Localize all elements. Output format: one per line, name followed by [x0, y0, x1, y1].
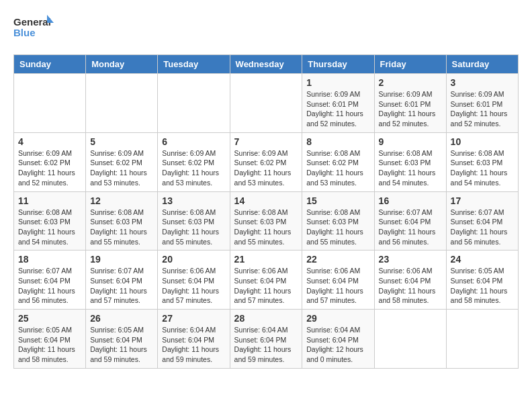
day-number: 8: [306, 136, 369, 147]
day-info: Sunrise: 6:08 AM Sunset: 6:03 PM Dayligh…: [162, 208, 225, 247]
day-number: 6: [162, 136, 225, 147]
day-info: Sunrise: 6:07 AM Sunset: 6:04 PM Dayligh…: [90, 266, 153, 306]
day-info: Sunrise: 6:08 AM Sunset: 6:03 PM Dayligh…: [451, 148, 514, 188]
calendar-cell: 22Sunrise: 6:06 AM Sunset: 6:04 PM Dayli…: [302, 250, 374, 310]
day-info: Sunrise: 6:05 AM Sunset: 6:04 PM Dayligh…: [18, 325, 81, 365]
calendar-cell: 12Sunrise: 6:08 AM Sunset: 6:03 PM Dayli…: [86, 191, 158, 250]
calendar-cell: 3Sunrise: 6:09 AM Sunset: 6:01 PM Daylig…: [446, 74, 518, 133]
day-info: Sunrise: 6:08 AM Sunset: 6:03 PM Dayligh…: [306, 208, 369, 247]
day-number: 26: [90, 313, 153, 324]
day-info: Sunrise: 6:08 AM Sunset: 6:02 PM Dayligh…: [306, 148, 369, 188]
calendar-cell: 19Sunrise: 6:07 AM Sunset: 6:04 PM Dayli…: [86, 250, 158, 310]
day-info: Sunrise: 6:08 AM Sunset: 6:03 PM Dayligh…: [234, 208, 298, 247]
column-header-saturday: Saturday: [446, 55, 518, 74]
calendar-cell: 5Sunrise: 6:09 AM Sunset: 6:02 PM Daylig…: [86, 132, 158, 191]
day-number: 16: [379, 195, 442, 206]
day-info: Sunrise: 6:09 AM Sunset: 6:02 PM Dayligh…: [234, 148, 298, 188]
calendar-cell: [446, 310, 518, 369]
calendar-cell: 9Sunrise: 6:08 AM Sunset: 6:03 PM Daylig…: [374, 132, 446, 191]
day-number: 14: [234, 195, 298, 206]
calendar-cell: [230, 74, 302, 133]
day-number: 25: [18, 313, 81, 324]
day-info: Sunrise: 6:08 AM Sunset: 6:03 PM Dayligh…: [379, 148, 442, 188]
day-number: 11: [18, 195, 81, 206]
calendar-cell: [158, 74, 230, 133]
column-header-wednesday: Wednesday: [230, 55, 302, 74]
day-number: 23: [379, 254, 442, 265]
column-header-sunday: Sunday: [14, 55, 86, 74]
calendar-cell: [374, 310, 446, 369]
calendar-cell: 28Sunrise: 6:04 AM Sunset: 6:04 PM Dayli…: [230, 310, 302, 369]
day-number: 17: [451, 195, 514, 206]
day-number: 20: [162, 254, 225, 265]
calendar-cell: 21Sunrise: 6:06 AM Sunset: 6:04 PM Dayli…: [230, 250, 302, 310]
calendar-cell: 1Sunrise: 6:09 AM Sunset: 6:01 PM Daylig…: [302, 74, 374, 133]
day-number: 19: [90, 254, 153, 265]
calendar-week-row: 4Sunrise: 6:09 AM Sunset: 6:02 PM Daylig…: [14, 132, 519, 191]
calendar-cell: 26Sunrise: 6:05 AM Sunset: 6:04 PM Dayli…: [86, 310, 158, 369]
day-info: Sunrise: 6:04 AM Sunset: 6:04 PM Dayligh…: [306, 325, 369, 365]
calendar-cell: 16Sunrise: 6:07 AM Sunset: 6:04 PM Dayli…: [374, 191, 446, 250]
calendar-cell: 8Sunrise: 6:08 AM Sunset: 6:02 PM Daylig…: [302, 132, 374, 191]
page-header: GeneralBlue: [13, 13, 519, 44]
calendar-week-row: 18Sunrise: 6:07 AM Sunset: 6:04 PM Dayli…: [14, 250, 519, 310]
day-info: Sunrise: 6:04 AM Sunset: 6:04 PM Dayligh…: [234, 325, 298, 365]
day-info: Sunrise: 6:06 AM Sunset: 6:04 PM Dayligh…: [234, 266, 298, 306]
day-number: 29: [306, 313, 369, 324]
calendar-cell: 27Sunrise: 6:04 AM Sunset: 6:04 PM Dayli…: [158, 310, 230, 369]
calendar-cell: 6Sunrise: 6:09 AM Sunset: 6:02 PM Daylig…: [158, 132, 230, 191]
calendar-cell: 14Sunrise: 6:08 AM Sunset: 6:03 PM Dayli…: [230, 191, 302, 250]
day-number: 13: [162, 195, 225, 206]
day-number: 24: [451, 254, 514, 265]
day-number: 12: [90, 195, 153, 206]
day-info: Sunrise: 6:08 AM Sunset: 6:03 PM Dayligh…: [18, 208, 81, 247]
calendar-cell: 24Sunrise: 6:05 AM Sunset: 6:04 PM Dayli…: [446, 250, 518, 310]
svg-text:Blue: Blue: [13, 27, 36, 38]
day-info: Sunrise: 6:05 AM Sunset: 6:04 PM Dayligh…: [90, 325, 153, 365]
calendar-week-row: 25Sunrise: 6:05 AM Sunset: 6:04 PM Dayli…: [14, 310, 519, 369]
day-info: Sunrise: 6:06 AM Sunset: 6:04 PM Dayligh…: [162, 266, 225, 306]
day-info: Sunrise: 6:06 AM Sunset: 6:04 PM Dayligh…: [306, 266, 369, 306]
day-number: 9: [379, 136, 442, 147]
day-number: 3: [451, 77, 514, 88]
day-number: 2: [379, 77, 442, 88]
day-info: Sunrise: 6:09 AM Sunset: 6:02 PM Dayligh…: [18, 148, 81, 188]
calendar-cell: 25Sunrise: 6:05 AM Sunset: 6:04 PM Dayli…: [14, 310, 86, 369]
day-info: Sunrise: 6:04 AM Sunset: 6:04 PM Dayligh…: [162, 325, 225, 365]
calendar-cell: 15Sunrise: 6:08 AM Sunset: 6:03 PM Dayli…: [302, 191, 374, 250]
column-header-thursday: Thursday: [302, 55, 374, 74]
day-number: 15: [306, 195, 369, 206]
day-info: Sunrise: 6:09 AM Sunset: 6:01 PM Dayligh…: [306, 89, 369, 129]
calendar-cell: 29Sunrise: 6:04 AM Sunset: 6:04 PM Dayli…: [302, 310, 374, 369]
day-info: Sunrise: 6:07 AM Sunset: 6:04 PM Dayligh…: [18, 266, 81, 306]
calendar-cell: [86, 74, 158, 133]
calendar-cell: 2Sunrise: 6:09 AM Sunset: 6:01 PM Daylig…: [374, 74, 446, 133]
svg-text:General: General: [13, 16, 51, 28]
day-number: 4: [18, 136, 81, 147]
calendar-cell: 23Sunrise: 6:06 AM Sunset: 6:04 PM Dayli…: [374, 250, 446, 310]
day-info: Sunrise: 6:09 AM Sunset: 6:02 PM Dayligh…: [162, 148, 225, 188]
day-number: 7: [234, 136, 298, 147]
calendar-table: SundayMondayTuesdayWednesdayThursdayFrid…: [13, 54, 519, 369]
column-header-monday: Monday: [86, 55, 158, 74]
logo: GeneralBlue: [13, 13, 54, 44]
day-number: 28: [234, 313, 298, 324]
day-number: 21: [234, 254, 298, 265]
column-header-friday: Friday: [374, 55, 446, 74]
calendar-cell: [14, 74, 86, 133]
calendar-header-row: SundayMondayTuesdayWednesdayThursdayFrid…: [14, 55, 519, 74]
calendar-cell: 20Sunrise: 6:06 AM Sunset: 6:04 PM Dayli…: [158, 250, 230, 310]
day-info: Sunrise: 6:06 AM Sunset: 6:04 PM Dayligh…: [379, 266, 442, 306]
calendar-cell: 11Sunrise: 6:08 AM Sunset: 6:03 PM Dayli…: [14, 191, 86, 250]
logo-svg: GeneralBlue: [13, 13, 54, 44]
calendar-week-row: 1Sunrise: 6:09 AM Sunset: 6:01 PM Daylig…: [14, 74, 519, 133]
day-number: 27: [162, 313, 225, 324]
day-number: 18: [18, 254, 81, 265]
day-info: Sunrise: 6:09 AM Sunset: 6:02 PM Dayligh…: [90, 148, 153, 188]
day-info: Sunrise: 6:09 AM Sunset: 6:01 PM Dayligh…: [379, 89, 442, 129]
calendar-cell: 4Sunrise: 6:09 AM Sunset: 6:02 PM Daylig…: [14, 132, 86, 191]
calendar-cell: 13Sunrise: 6:08 AM Sunset: 6:03 PM Dayli…: [158, 191, 230, 250]
day-number: 10: [451, 136, 514, 147]
calendar-cell: 10Sunrise: 6:08 AM Sunset: 6:03 PM Dayli…: [446, 132, 518, 191]
calendar-cell: 18Sunrise: 6:07 AM Sunset: 6:04 PM Dayli…: [14, 250, 86, 310]
